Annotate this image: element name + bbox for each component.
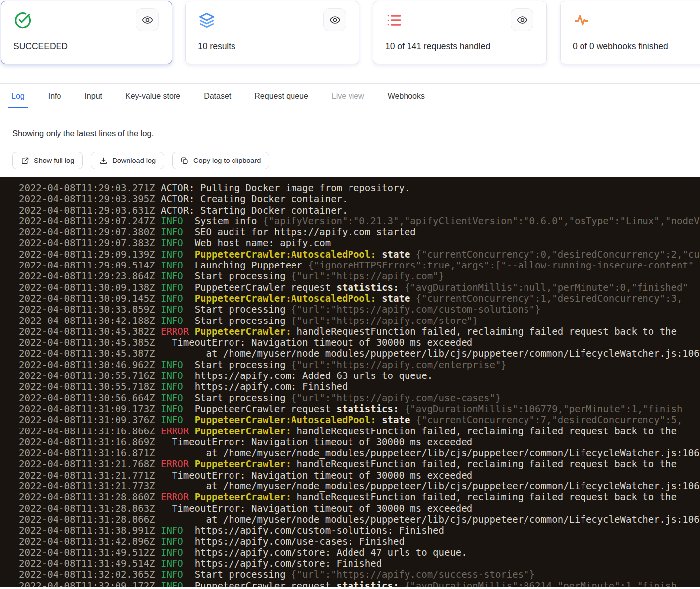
show-full-log-label: Show full log <box>34 157 74 164</box>
log-line: 2022-04-08T11:31:09.173Z INFO PuppeteerC… <box>19 403 700 414</box>
download-icon <box>99 157 108 165</box>
log-line: 2022-04-08T11:31:16.869Z TimeoutError: N… <box>19 436 700 447</box>
requests-card[interactable]: 10 of 141 requests handled <box>373 1 547 64</box>
log-line: 2022-04-08T11:31:21.771Z TimeoutError: N… <box>19 470 700 481</box>
log-line: 2022-04-08T11:29:07.380Z INFO SEO audit … <box>19 226 700 237</box>
tab-input[interactable]: Input <box>84 84 102 108</box>
tab-log[interactable]: Log <box>11 84 25 108</box>
log-line: 2022-04-08T11:29:23.864Z INFO Start proc… <box>19 270 700 281</box>
log-line: 2022-04-08T11:30:45.385Z TimeoutError: N… <box>19 337 700 348</box>
log-line: 2022-04-08T11:32:09.172Z INFO PuppeteerC… <box>19 580 700 587</box>
copy-log-label: Copy log to clipboard <box>193 157 261 164</box>
log-line: 2022-04-08T11:30:42.188Z INFO Start proc… <box>19 315 700 326</box>
log-line: 2022-04-08T11:31:38.991Z INFO https://ap… <box>19 525 700 535</box>
tab-info[interactable]: Info <box>48 84 61 108</box>
log-line: 2022-04-08T11:32:02.365Z INFO Start proc… <box>19 569 700 580</box>
log-console[interactable]: 2022-04-08T11:29:03.271Z ACTOR: Pulling … <box>0 177 700 587</box>
copy-log-button[interactable]: Copy log to clipboard <box>172 152 269 169</box>
log-line: 2022-04-08T11:29:09.514Z INFO Launching … <box>19 260 700 270</box>
view-requests-button[interactable] <box>511 8 533 31</box>
tab-webhooks[interactable]: Webhooks <box>388 84 425 108</box>
log-line: 2022-04-08T11:30:09.145Z INFO PuppeteerC… <box>19 293 700 304</box>
run-status-card[interactable]: SUCCEEDED <box>1 1 172 64</box>
log-line: 2022-04-08T11:29:03.631Z ACTOR: Starting… <box>19 205 700 215</box>
list-icon <box>385 11 403 29</box>
log-line: 2022-04-08T11:29:09.139Z INFO PuppeteerC… <box>19 249 700 260</box>
log-line: 2022-04-08T11:30:33.859Z INFO Start proc… <box>19 304 700 315</box>
results-label: 10 results <box>198 41 235 52</box>
check-circle-icon <box>13 11 31 29</box>
log-line: 2022-04-08T11:30:55.716Z INFO https://ap… <box>19 370 700 381</box>
log-line: 2022-04-08T11:29:03.395Z ACTOR: Creating… <box>19 193 700 204</box>
log-line: 2022-04-08T11:30:56.664Z INFO Start proc… <box>19 392 700 403</box>
log-line: 2022-04-08T11:31:49.512Z INFO https://ap… <box>19 547 700 558</box>
view-results-button[interactable] <box>323 8 346 31</box>
log-line: 2022-04-08T11:29:07.383Z INFO Web host n… <box>19 237 700 248</box>
download-log-label: Download log <box>112 157 156 164</box>
log-line: 2022-04-08T11:31:16.866Z ERROR Puppeteer… <box>19 426 700 436</box>
log-line: 2022-04-08T11:29:07.247Z INFO System inf… <box>19 215 700 226</box>
results-card[interactable]: 10 results <box>185 1 359 64</box>
log-line: 2022-04-08T11:31:16.871Z at /home/myuser… <box>19 447 700 458</box>
eye-icon <box>142 14 153 26</box>
layers-icon <box>198 11 216 29</box>
pulse-icon <box>573 11 590 29</box>
view-status-button[interactable] <box>136 8 159 31</box>
copy-icon <box>180 157 189 165</box>
log-line: 2022-04-08T11:31:21.768Z ERROR Puppeteer… <box>19 458 700 469</box>
tab-dataset[interactable]: Dataset <box>204 84 231 108</box>
webhooks-card[interactable]: 0 of 0 webhooks finished <box>560 1 700 64</box>
log-line: 2022-04-08T11:31:49.514Z INFO https://ap… <box>19 558 700 569</box>
log-notice: Showing only the latest lines of the log… <box>12 129 700 138</box>
show-full-log-button[interactable]: Show full log <box>12 152 83 169</box>
status-cards-row: SUCCEEDED 10 results <box>1 1 700 64</box>
eye-icon <box>517 14 528 26</box>
tab-request-queue[interactable]: Request queue <box>254 84 308 108</box>
log-line: 2022-04-08T11:31:09.376Z INFO PuppeteerC… <box>19 414 700 425</box>
log-line: 2022-04-08T11:30:45.387Z at /home/myuser… <box>19 348 700 359</box>
external-link-icon <box>21 157 29 165</box>
log-line: 2022-04-08T11:31:42.896Z INFO https://ap… <box>19 536 700 547</box>
log-line: 2022-04-08T11:30:55.718Z INFO https://ap… <box>19 381 700 392</box>
log-line: 2022-04-08T11:30:46.962Z INFO Start proc… <box>19 359 700 370</box>
log-line: 2022-04-08T11:30:09.138Z INFO PuppeteerC… <box>19 282 700 293</box>
log-line: 2022-04-08T11:29:03.271Z ACTOR: Pulling … <box>19 182 700 193</box>
log-actions: Show full log Download log Copy log to c… <box>12 152 700 169</box>
tab-live-view: Live view <box>332 84 364 108</box>
download-log-button[interactable]: Download log <box>91 152 164 169</box>
log-line: 2022-04-08T11:31:28.860Z ERROR Puppeteer… <box>19 491 700 502</box>
requests-label: 10 of 141 requests handled <box>385 41 490 52</box>
log-line: 2022-04-08T11:31:21.773Z at /home/myuser… <box>19 481 700 491</box>
run-tabs: Log Info Input Key-value store Dataset R… <box>0 83 700 108</box>
log-line: 2022-04-08T11:31:28.863Z TimeoutError: N… <box>19 503 700 514</box>
tab-key-value-store[interactable]: Key-value store <box>125 84 180 108</box>
eye-icon <box>329 14 341 26</box>
webhooks-label: 0 of 0 webhooks finished <box>573 41 668 52</box>
log-line: 2022-04-08T11:30:45.382Z ERROR Puppeteer… <box>19 326 700 337</box>
log-line: 2022-04-08T11:31:28.866Z at /home/myuser… <box>19 514 700 525</box>
run-status-label: SUCCEEDED <box>13 41 68 52</box>
